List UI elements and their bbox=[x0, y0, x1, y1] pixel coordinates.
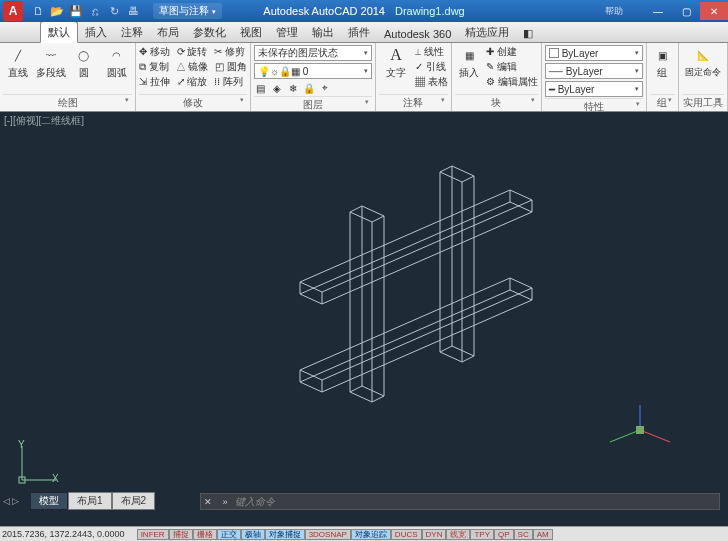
tab-layout1[interactable]: 布局1 bbox=[68, 492, 112, 510]
tab-model[interactable]: 模型 bbox=[30, 492, 68, 510]
fillet-button[interactable]: ◰ 圆角 bbox=[215, 60, 247, 74]
block-create-button[interactable]: ✚ 创建 bbox=[486, 45, 538, 59]
svg-line-18 bbox=[440, 172, 462, 182]
block-edit-button[interactable]: ✎ 编辑 bbox=[486, 60, 538, 74]
linetype-combo[interactable]: ──ByLayer▾ bbox=[545, 63, 643, 79]
lineweight-combo[interactable]: ━ByLayer▾ bbox=[545, 81, 643, 97]
coordinates-readout[interactable]: 2015.7236, 1372.2443, 0.0000 bbox=[2, 529, 125, 539]
layer-match-icon[interactable]: ⌖ bbox=[318, 81, 332, 95]
tab-parametric[interactable]: 参数化 bbox=[186, 22, 233, 42]
nav-next-icon[interactable]: ▷ bbox=[12, 496, 19, 506]
status-toggle-ducs[interactable]: DUCS bbox=[391, 529, 422, 540]
status-toggle-dyn[interactable]: DYN bbox=[422, 529, 447, 540]
tab-manage[interactable]: 管理 bbox=[269, 22, 305, 42]
titlebar: A 🗋 📂 💾 ⎌ ↻ 🖶 草图与注释 ▾ Autodesk AutoCAD 2… bbox=[0, 0, 728, 22]
qat-undo-icon[interactable]: ⎌ bbox=[87, 3, 103, 19]
app-menu-button[interactable]: A bbox=[3, 1, 23, 21]
help-placeholder[interactable]: 帮助 bbox=[584, 2, 644, 20]
panel-groups-title[interactable]: 组 bbox=[650, 94, 675, 111]
trim-button[interactable]: ✂ 修剪 bbox=[214, 45, 245, 59]
tab-a360[interactable]: Autodesk 360 bbox=[377, 25, 458, 42]
mirror-button[interactable]: △ 镜像 bbox=[176, 60, 209, 74]
svg-line-5 bbox=[372, 216, 384, 222]
workspace-switcher[interactable]: 草图与注释 ▾ bbox=[153, 3, 222, 19]
status-toggle-极轴[interactable]: 极轴 bbox=[241, 529, 265, 540]
tab-layout[interactable]: 布局 bbox=[150, 22, 186, 42]
lineweight-label: ByLayer bbox=[558, 84, 595, 95]
status-toggle-infer[interactable]: INFER bbox=[137, 529, 169, 540]
maximize-button[interactable]: ▢ bbox=[672, 2, 700, 20]
copy-button[interactable]: ⧉ 复制 bbox=[139, 60, 169, 74]
tab-default[interactable]: 默认 bbox=[40, 21, 78, 43]
qat-open-icon[interactable]: 📂 bbox=[49, 3, 65, 19]
array-button[interactable]: ⁞⁞ 阵列 bbox=[214, 75, 243, 89]
qat-save-icon[interactable]: 💾 bbox=[68, 3, 84, 19]
rotate-button[interactable]: ⟳ 旋转 bbox=[177, 45, 208, 59]
qat-redo-icon[interactable]: ↻ bbox=[106, 3, 122, 19]
color-combo[interactable]: ByLayer▾ bbox=[545, 45, 643, 61]
status-toggle-am[interactable]: AM bbox=[533, 529, 553, 540]
status-toggle-tpy[interactable]: TPY bbox=[470, 529, 494, 540]
nav-prev-icon[interactable]: ◁ bbox=[3, 496, 10, 506]
stretch-button[interactable]: ⇲ 拉伸 bbox=[139, 75, 170, 89]
table-button[interactable]: ▦ 表格 bbox=[415, 75, 448, 89]
block-attr-button[interactable]: ⚙ 编辑属性 bbox=[486, 75, 538, 89]
tab-output[interactable]: 输出 bbox=[305, 22, 341, 42]
ucs-x-label: X bbox=[52, 473, 59, 484]
qat-new-icon[interactable]: 🗋 bbox=[30, 3, 46, 19]
close-button[interactable]: ✕ bbox=[700, 2, 728, 20]
panel-utilities-title[interactable]: 实用工具 bbox=[682, 94, 724, 111]
panel-modify-title[interactable]: 修改 bbox=[139, 94, 247, 111]
text-button[interactable]: A文字 bbox=[379, 45, 413, 80]
status-toggle-捕捉[interactable]: 捕捉 bbox=[169, 529, 193, 540]
line-button[interactable]: ╱直线 bbox=[3, 45, 34, 80]
layer-freeze-icon[interactable]: ❄ bbox=[286, 81, 300, 95]
leader-button[interactable]: ✓ 引线 bbox=[415, 60, 448, 74]
status-toggle-对象捕捉[interactable]: 对象捕捉 bbox=[265, 529, 305, 540]
layer-iso-icon[interactable]: ◈ bbox=[270, 81, 284, 95]
tab-layout2[interactable]: 布局2 bbox=[112, 492, 156, 510]
qat-print-icon[interactable]: 🖶 bbox=[125, 3, 141, 19]
status-toggle-sc[interactable]: SC bbox=[514, 529, 533, 540]
measure-button[interactable]: 📐固定命令 bbox=[682, 45, 724, 79]
layer-current-combo[interactable]: 💡☼🔒▦ 0▾ bbox=[254, 63, 372, 79]
polyline-button[interactable]: 〰多段线 bbox=[36, 45, 67, 80]
dim-linear-button[interactable]: ⟂ 线性 bbox=[415, 45, 448, 59]
tab-insert[interactable]: 插入 bbox=[78, 22, 114, 42]
tab-plugins[interactable]: 插件 bbox=[341, 22, 377, 42]
view-gizmo[interactable] bbox=[600, 400, 680, 460]
status-toggle-正交[interactable]: 正交 bbox=[217, 529, 241, 540]
status-toggle-qp[interactable]: QP bbox=[494, 529, 514, 540]
scale-button[interactable]: ⤢ 缩放 bbox=[177, 75, 208, 89]
panel-annotation-title[interactable]: 注释 bbox=[379, 94, 448, 111]
status-toggle-栅格[interactable]: 栅格 bbox=[193, 529, 217, 540]
insert-icon: ▦ bbox=[459, 45, 479, 65]
group-button[interactable]: ▣组 bbox=[650, 45, 675, 80]
drawing-area[interactable]: [-][俯视][二维线框] bbox=[0, 112, 728, 512]
layer-state-combo[interactable]: 未保存的图层状态▾ bbox=[254, 45, 372, 61]
minimize-button[interactable]: — bbox=[644, 2, 672, 20]
command-line[interactable]: ✕ » 键入命令 bbox=[200, 493, 720, 510]
cmdline-close-icon[interactable]: ✕ bbox=[201, 497, 215, 507]
tab-view[interactable]: 视图 bbox=[233, 22, 269, 42]
panel-block-title[interactable]: 块 bbox=[455, 94, 538, 111]
layer-props-icon[interactable]: ▤ bbox=[254, 81, 268, 95]
panel-draw-title[interactable]: 绘图 bbox=[3, 94, 132, 111]
panel-properties-title[interactable]: 特性 bbox=[545, 98, 643, 112]
panel-layers: 未保存的图层状态▾ 💡☼🔒▦ 0▾ ▤ ◈ ❄ 🔒 ⌖ 图层 bbox=[251, 43, 376, 111]
status-toggle-3dosnap[interactable]: 3DOSNAP bbox=[305, 529, 351, 540]
tab-featured[interactable]: 精选应用 bbox=[458, 22, 516, 42]
tab-annotate[interactable]: 注释 bbox=[114, 22, 150, 42]
layer-lock-icon[interactable]: 🔒 bbox=[302, 81, 316, 95]
chevron-down-icon: ▾ bbox=[364, 67, 368, 75]
tab-expand-icon[interactable]: ◧ bbox=[516, 24, 540, 42]
group-icon: ▣ bbox=[652, 45, 672, 65]
arc-button[interactable]: ◠圆弧 bbox=[101, 45, 132, 80]
move-button[interactable]: ✥ 移动 bbox=[139, 45, 170, 59]
cmdline-chevron-icon[interactable]: » bbox=[218, 497, 232, 507]
circle-button[interactable]: ◯圆 bbox=[69, 45, 100, 80]
status-toggle-对象追踪[interactable]: 对象追踪 bbox=[351, 529, 391, 540]
status-toggle-线宽[interactable]: 线宽 bbox=[446, 529, 470, 540]
panel-layers-title[interactable]: 图层 bbox=[254, 96, 372, 112]
insert-block-button[interactable]: ▦插入 bbox=[455, 45, 484, 80]
